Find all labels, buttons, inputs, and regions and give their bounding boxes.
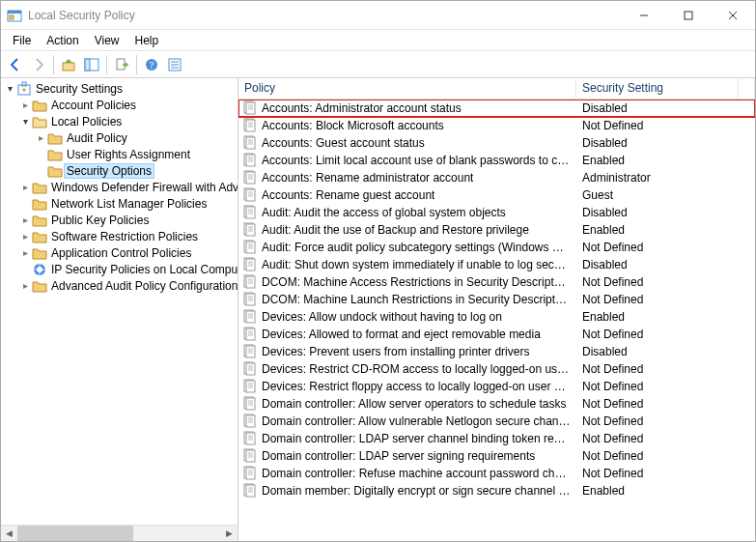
tree-node[interactable]: Network List Manager Policies <box>1 195 238 212</box>
menu-file[interactable]: File <box>5 32 39 49</box>
toolbar-separator <box>106 55 107 74</box>
policy-item-icon <box>242 205 258 220</box>
tree-node[interactable]: ▾Local Policies <box>1 113 238 129</box>
tree-node[interactable]: IP Security Policies on Local Computer <box>1 261 238 277</box>
policy-row[interactable]: Audit: Audit the access of global system… <box>238 204 755 221</box>
policy-setting-cell: Not Defined <box>576 241 755 254</box>
properties-button[interactable] <box>164 54 185 75</box>
expander-icon[interactable]: ▸ <box>18 214 32 225</box>
menu-help[interactable]: Help <box>127 32 167 49</box>
tree-node[interactable]: ▸Audit Policy <box>1 129 238 146</box>
svg-rect-118 <box>246 433 255 444</box>
titlebar: Local Security Policy <box>1 1 755 30</box>
expander-icon[interactable]: ▸ <box>18 100 32 110</box>
expander-icon[interactable]: ▾ <box>18 116 32 127</box>
policy-row[interactable]: Accounts: Administrator account statusDi… <box>238 100 755 117</box>
nav-tree[interactable]: ▾ Security Settings ▸Account Policies▾Lo… <box>1 78 238 525</box>
tree-node-label: Local Policies <box>51 115 122 128</box>
policy-name-cell: Audit: Force audit policy subcategory se… <box>238 240 576 255</box>
menu-action[interactable]: Action <box>39 32 86 49</box>
tree-horizontal-scrollbar[interactable]: ◀ ▶ <box>1 525 238 541</box>
folder-icon <box>32 229 47 244</box>
folder-icon <box>47 147 63 162</box>
policy-row[interactable]: Devices: Prevent users from installing p… <box>238 343 755 360</box>
policy-row[interactable]: Audit: Shut down system immediately if u… <box>238 256 755 273</box>
close-button[interactable] <box>711 1 755 29</box>
policy-setting-cell: Guest <box>576 188 755 202</box>
policy-setting-cell: Not Defined <box>576 414 755 428</box>
column-header-policy[interactable]: Policy <box>238 78 576 99</box>
tree-node-label: Security Options <box>64 163 154 179</box>
policy-item-icon <box>242 379 258 394</box>
policy-list[interactable]: Accounts: Administrator account statusDi… <box>238 100 755 541</box>
policy-row[interactable]: Devices: Allowed to format and eject rem… <box>238 326 755 343</box>
security-settings-icon <box>16 81 32 97</box>
policy-row[interactable]: Audit: Audit the use of Backup and Resto… <box>238 221 755 239</box>
tree-node[interactable]: ▸Public Key Policies <box>1 212 238 228</box>
export-button[interactable] <box>111 54 132 75</box>
scroll-right-icon[interactable]: ▶ <box>221 526 238 541</box>
expander-icon[interactable]: ▸ <box>18 280 32 291</box>
policy-setting-cell: Not Defined <box>576 467 755 480</box>
policy-name-cell: Audit: Audit the access of global system… <box>238 205 576 220</box>
policy-name-cell: DCOM: Machine Launch Restrictions in Sec… <box>238 292 576 307</box>
svg-rect-98 <box>246 363 255 375</box>
svg-point-19 <box>23 88 26 91</box>
tree-node[interactable]: Security Options <box>1 162 238 179</box>
up-button[interactable] <box>58 54 79 75</box>
tree-node[interactable]: ▸Software Restriction Policies <box>1 228 238 244</box>
toolbar: ? <box>1 51 755 78</box>
show-hide-tree-button[interactable] <box>81 54 102 75</box>
policy-row[interactable]: Domain controller: LDAP server signing r… <box>238 447 755 465</box>
expander-icon[interactable]: ▸ <box>18 247 32 258</box>
policy-row[interactable]: Devices: Restrict floppy access to local… <box>238 378 755 395</box>
policy-item-icon <box>242 153 258 168</box>
policy-name-cell: Accounts: Block Microsoft accounts <box>238 118 576 133</box>
svg-rect-38 <box>246 155 255 166</box>
scroll-thumb[interactable] <box>17 526 133 541</box>
policy-row[interactable]: Domain controller: Refuse machine accoun… <box>238 465 755 482</box>
policy-setting-cell: Disabled <box>576 345 755 358</box>
policy-row[interactable]: DCOM: Machine Launch Restrictions in Sec… <box>238 291 755 308</box>
policy-row[interactable]: Domain member: Digitally encrypt or sign… <box>238 482 755 499</box>
forward-button[interactable] <box>28 54 49 75</box>
expander-icon[interactable]: ▸ <box>18 231 32 242</box>
policy-row[interactable]: Accounts: Block Microsoft accountsNot De… <box>238 117 755 134</box>
expander-icon[interactable]: ▸ <box>34 132 47 143</box>
back-button[interactable] <box>5 54 26 75</box>
expander-icon[interactable]: ▸ <box>18 182 32 192</box>
policy-name: DCOM: Machine Access Restrictions in Sec… <box>262 275 571 289</box>
policy-row[interactable]: Accounts: Guest account statusDisabled <box>238 134 755 152</box>
policy-name-cell: Devices: Allowed to format and eject rem… <box>238 327 576 342</box>
tree-root[interactable]: ▾ Security Settings <box>1 80 238 97</box>
policy-row[interactable]: Accounts: Rename administrator accountAd… <box>238 169 755 186</box>
policy-row[interactable]: Accounts: Rename guest accountGuest <box>238 186 755 204</box>
policy-row[interactable]: Domain controller: Allow vulnerable Netl… <box>238 413 755 430</box>
column-header-setting[interactable]: Security Setting <box>576 78 739 99</box>
expander-icon[interactable]: ▾ <box>3 83 16 94</box>
policy-row[interactable]: Accounts: Limit local account use of bla… <box>238 152 755 169</box>
policy-row[interactable]: Audit: Force audit policy subcategory se… <box>238 239 755 256</box>
scroll-left-icon[interactable]: ◀ <box>1 526 17 541</box>
svg-rect-23 <box>246 102 255 114</box>
policy-name-cell: Domain controller: LDAP server channel b… <box>238 431 576 446</box>
policy-row[interactable]: Domain controller: Allow server operator… <box>238 395 755 413</box>
tree-node[interactable]: User Rights Assignment <box>1 146 238 162</box>
policy-row[interactable]: Devices: Allow undock without having to … <box>238 308 755 326</box>
policy-setting-cell: Enabled <box>576 154 755 167</box>
policy-name-cell: Accounts: Rename administrator account <box>238 170 576 185</box>
tree-node[interactable]: ▸Account Policies <box>1 97 238 113</box>
tree-node[interactable]: ▸Windows Defender Firewall with Advanced… <box>1 179 238 195</box>
policy-row[interactable]: Domain controller: LDAP server channel b… <box>238 430 755 447</box>
policy-item-icon <box>242 222 258 238</box>
minimize-button[interactable] <box>622 1 666 29</box>
tree-root-label: Security Settings <box>36 82 123 96</box>
tree-node[interactable]: ▸Advanced Audit Policy Configuration <box>1 277 238 294</box>
help-button[interactable]: ? <box>141 54 162 75</box>
maximize-button[interactable] <box>666 1 711 29</box>
menu-view[interactable]: View <box>87 32 127 49</box>
tree-node[interactable]: ▸Application Control Policies <box>1 244 238 261</box>
tree-node-label: Public Key Policies <box>51 214 149 227</box>
policy-row[interactable]: DCOM: Machine Access Restrictions in Sec… <box>238 273 755 291</box>
policy-row[interactable]: Devices: Restrict CD-ROM access to local… <box>238 360 755 378</box>
